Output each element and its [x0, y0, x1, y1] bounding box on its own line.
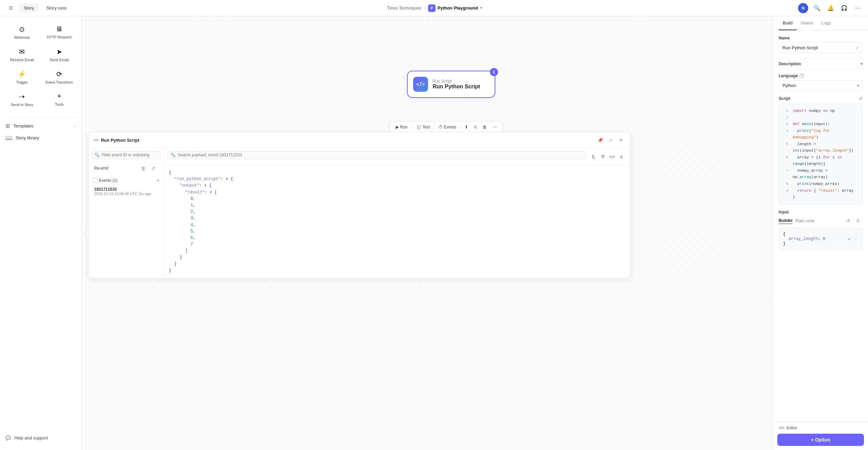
option-button[interactable]: + Option: [777, 434, 864, 446]
event-filter-input[interactable]: [102, 153, 157, 157]
canvas-wrapper: ◁ </> Run Script Run Python Script 1 ▶ R…: [82, 16, 773, 450]
tab-build[interactable]: Build: [779, 16, 797, 30]
input-label: Input: [779, 210, 863, 214]
json-add-icon[interactable]: #: [847, 237, 852, 242]
payload-area: 🔍 ⇅ ⇈ </> ⎘ { "run_: [163, 148, 630, 278]
main-layout: ⊙ Webhook 🖥 HTTP Request ✉ Receive Email…: [0, 16, 868, 450]
json-line: 2,: [169, 209, 624, 215]
name-input[interactable]: Run Python Script ⤢: [779, 42, 863, 53]
breadcrumb-parent: Tines Techniques: [387, 5, 421, 11]
sidebar-item-send-to-story[interactable]: ⇢ Send to Story: [4, 89, 40, 110]
trigger-icon: ⚡: [18, 70, 26, 78]
avatar: N: [798, 3, 808, 13]
share-icon: ⬆: [465, 125, 468, 129]
json-line: "run_python_script": ▾ {: [169, 176, 624, 183]
payload-toolbar: ⇅ ⇈ </> ⎘: [589, 153, 626, 161]
chevron-down-icon: ▾: [480, 6, 482, 10]
script-expand-icon[interactable]: ⤢: [859, 96, 863, 101]
sidebar-item-tools[interactable]: + Tools: [41, 89, 77, 110]
right-panel-body: Name Run Python Script ⤢ Description ▾ L…: [773, 30, 868, 422]
expand-icon[interactable]: ⤢: [606, 136, 615, 144]
payload-search-input[interactable]: [178, 153, 583, 157]
re-emit-refresh-icon[interactable]: ↺: [149, 164, 158, 173]
payload-expand-all-icon[interactable]: ⇅: [589, 153, 597, 161]
close-icon[interactable]: ✕: [616, 136, 625, 144]
menu-icon[interactable]: ☰: [5, 3, 16, 14]
more-button[interactable]: ⋯: [490, 123, 500, 131]
test-button[interactable]: ⬜ Test: [413, 123, 433, 131]
tab-status[interactable]: Status: [797, 16, 817, 30]
re-emit-icons: 🗑 ↺: [139, 164, 158, 173]
sidebar-item-templates[interactable]: ⊞ Templates ›: [0, 120, 81, 132]
toolbar-sep-2: [434, 124, 435, 130]
script-node[interactable]: </> Run Script Run Python Script 1: [407, 71, 495, 98]
expand-name-icon[interactable]: ⤢: [855, 46, 859, 50]
event-transform-icon: ⟳: [56, 70, 62, 78]
tab-logs[interactable]: Logs: [817, 16, 835, 30]
tab-story-runs[interactable]: Story runs: [41, 3, 71, 13]
app-name[interactable]: P Python Playground ▾: [428, 4, 482, 12]
run-label: Run: [400, 125, 408, 129]
pin-icon[interactable]: 📌: [596, 136, 605, 144]
description-row[interactable]: Description ▾: [779, 58, 863, 69]
sidebar-item-send-email[interactable]: ➤ Send Email: [41, 44, 77, 65]
language-info-icon[interactable]: ?: [799, 73, 804, 78]
right-panel-footer: </> Editor: [773, 422, 868, 434]
share-button[interactable]: ⬆: [462, 123, 471, 131]
sidebar-item-http-request[interactable]: 🖥 HTTP Request: [41, 22, 77, 43]
json-line: 4,: [169, 222, 624, 228]
event-list-item[interactable]: 1831711533 2023-12-19 13:08:40 UTC 3m ag…: [91, 185, 160, 198]
json-remove-icon[interactable]: −: [853, 237, 858, 242]
event-search-icon: 🔍: [94, 153, 100, 157]
templates-chevron-icon: ›: [74, 124, 76, 128]
plain-code-tab[interactable]: Plain code: [795, 218, 814, 224]
sidebar-item-story-library[interactable]: 📖 Story library: [0, 132, 81, 144]
input-copy-icon[interactable]: ⎘: [854, 217, 863, 225]
settings-icon[interactable]: ⋯: [853, 3, 863, 13]
json-line: 7: [169, 241, 624, 248]
event-list-header[interactable]: Events (1) ▾: [91, 176, 160, 185]
sidebar-item-http-label: HTTP Request: [47, 35, 72, 39]
code-line-9: 9 return { "result": array }: [783, 187, 858, 201]
language-select[interactable]: Python: [779, 80, 863, 91]
json-line: 3,: [169, 215, 624, 222]
run-button[interactable]: ▶ Run: [393, 123, 410, 131]
code-line-6: 6 array = [i for i in range(length)]: [783, 154, 858, 167]
json-line: 6,: [169, 235, 624, 241]
tab-story[interactable]: Story: [19, 3, 39, 13]
input-refresh-icon[interactable]: ↺: [844, 217, 852, 225]
tools-icon[interactable]: 🎧: [839, 3, 849, 13]
name-value: Run Python Script: [782, 45, 818, 50]
sidebar-item-event-transform[interactable]: ⟳ Event Transform: [41, 67, 77, 88]
canvas[interactable]: ◁ </> Run Script Run Python Script 1 ▶ R…: [82, 16, 773, 450]
templates-left: ⊞ Templates: [5, 123, 33, 129]
editor-link[interactable]: </> Editor: [779, 426, 797, 430]
tools-add-icon: +: [57, 92, 61, 100]
toolbar-sep-3: [460, 124, 461, 130]
events-chevron-icon[interactable]: ▾: [157, 179, 159, 183]
payload-code-view-icon[interactable]: </>: [608, 153, 616, 161]
copy-button[interactable]: ⎘: [472, 123, 479, 131]
events-checkbox[interactable]: [93, 178, 98, 183]
node-title: Run Script: [433, 79, 480, 84]
sidebar-item-help[interactable]: 💬 Help and support: [0, 431, 81, 445]
story-library-icon: 📖: [5, 135, 12, 141]
code-line-8: 8 print(numpy_array): [783, 180, 858, 187]
code-line-1: 1 import numpy as np: [783, 107, 858, 114]
editor-label: Editor: [786, 426, 797, 430]
payload-copy-icon[interactable]: ⎘: [618, 153, 626, 161]
sidebar-item-trigger[interactable]: ⚡ Trigger: [4, 67, 40, 88]
re-emit-delete-icon[interactable]: 🗑: [139, 164, 147, 173]
sidebar-item-webhook[interactable]: ⊙ Webhook: [4, 22, 40, 43]
events-button[interactable]: ⏱ Events: [436, 123, 459, 131]
json-line: }: [169, 261, 624, 267]
payload-collapse-all-icon[interactable]: ⇈: [599, 153, 607, 161]
delete-button[interactable]: 🗑: [480, 123, 490, 131]
event-search: 🔍: [91, 151, 160, 159]
json-line: ]: [169, 248, 624, 254]
bell-icon[interactable]: 🔔: [826, 3, 835, 13]
sidebar-item-receive-email[interactable]: ✉ Receive Email: [4, 44, 40, 65]
json-line: 1,: [169, 202, 624, 209]
search-icon[interactable]: 🔍: [812, 3, 822, 13]
builder-tab[interactable]: Builder: [779, 218, 793, 224]
